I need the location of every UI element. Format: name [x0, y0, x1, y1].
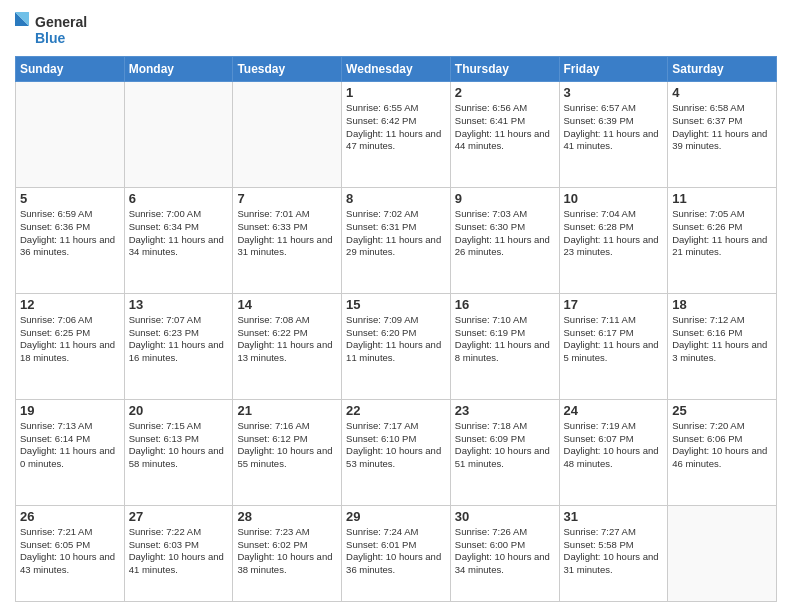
day-info: Sunrise: 6:58 AMSunset: 6:37 PMDaylight:…	[672, 102, 772, 153]
header: General Blue	[15, 10, 777, 48]
day-number: 10	[564, 191, 664, 206]
day-number: 9	[455, 191, 555, 206]
day-info: Sunrise: 7:10 AMSunset: 6:19 PMDaylight:…	[455, 314, 555, 365]
day-info: Sunrise: 7:02 AMSunset: 6:31 PMDaylight:…	[346, 208, 446, 259]
calendar-cell: 24Sunrise: 7:19 AMSunset: 6:07 PMDayligh…	[559, 399, 668, 505]
week-row-3: 12Sunrise: 7:06 AMSunset: 6:25 PMDayligh…	[16, 293, 777, 399]
day-info: Sunrise: 7:11 AMSunset: 6:17 PMDaylight:…	[564, 314, 664, 365]
day-info: Sunrise: 7:03 AMSunset: 6:30 PMDaylight:…	[455, 208, 555, 259]
calendar-cell: 21Sunrise: 7:16 AMSunset: 6:12 PMDayligh…	[233, 399, 342, 505]
calendar-cell: 10Sunrise: 7:04 AMSunset: 6:28 PMDayligh…	[559, 187, 668, 293]
calendar-cell: 13Sunrise: 7:07 AMSunset: 6:23 PMDayligh…	[124, 293, 233, 399]
day-number: 20	[129, 403, 229, 418]
day-info: Sunrise: 7:21 AMSunset: 6:05 PMDaylight:…	[20, 526, 120, 577]
calendar-cell: 9Sunrise: 7:03 AMSunset: 6:30 PMDaylight…	[450, 187, 559, 293]
day-info: Sunrise: 7:19 AMSunset: 6:07 PMDaylight:…	[564, 420, 664, 471]
calendar-cell: 26Sunrise: 7:21 AMSunset: 6:05 PMDayligh…	[16, 505, 125, 601]
calendar-cell: 25Sunrise: 7:20 AMSunset: 6:06 PMDayligh…	[668, 399, 777, 505]
day-info: Sunrise: 6:59 AMSunset: 6:36 PMDaylight:…	[20, 208, 120, 259]
weekday-sunday: Sunday	[16, 57, 125, 82]
day-info: Sunrise: 7:20 AMSunset: 6:06 PMDaylight:…	[672, 420, 772, 471]
calendar-cell: 30Sunrise: 7:26 AMSunset: 6:00 PMDayligh…	[450, 505, 559, 601]
weekday-wednesday: Wednesday	[342, 57, 451, 82]
svg-text:General: General	[35, 14, 87, 30]
day-number: 15	[346, 297, 446, 312]
calendar-cell: 27Sunrise: 7:22 AMSunset: 6:03 PMDayligh…	[124, 505, 233, 601]
day-number: 26	[20, 509, 120, 524]
weekday-thursday: Thursday	[450, 57, 559, 82]
weekday-saturday: Saturday	[668, 57, 777, 82]
day-info: Sunrise: 7:07 AMSunset: 6:23 PMDaylight:…	[129, 314, 229, 365]
day-number: 16	[455, 297, 555, 312]
day-info: Sunrise: 6:57 AMSunset: 6:39 PMDaylight:…	[564, 102, 664, 153]
weekday-header-row: SundayMondayTuesdayWednesdayThursdayFrid…	[16, 57, 777, 82]
calendar-cell: 31Sunrise: 7:27 AMSunset: 5:58 PMDayligh…	[559, 505, 668, 601]
svg-text:Blue: Blue	[35, 30, 66, 46]
calendar-cell: 6Sunrise: 7:00 AMSunset: 6:34 PMDaylight…	[124, 187, 233, 293]
day-number: 1	[346, 85, 446, 100]
week-row-1: 1Sunrise: 6:55 AMSunset: 6:42 PMDaylight…	[16, 82, 777, 188]
day-info: Sunrise: 7:16 AMSunset: 6:12 PMDaylight:…	[237, 420, 337, 471]
calendar-cell: 15Sunrise: 7:09 AMSunset: 6:20 PMDayligh…	[342, 293, 451, 399]
weekday-tuesday: Tuesday	[233, 57, 342, 82]
day-number: 25	[672, 403, 772, 418]
day-number: 12	[20, 297, 120, 312]
logo-svg: General Blue	[15, 10, 95, 48]
day-info: Sunrise: 7:18 AMSunset: 6:09 PMDaylight:…	[455, 420, 555, 471]
calendar-cell	[16, 82, 125, 188]
calendar-cell	[124, 82, 233, 188]
calendar-cell: 17Sunrise: 7:11 AMSunset: 6:17 PMDayligh…	[559, 293, 668, 399]
day-info: Sunrise: 7:15 AMSunset: 6:13 PMDaylight:…	[129, 420, 229, 471]
calendar-cell: 5Sunrise: 6:59 AMSunset: 6:36 PMDaylight…	[16, 187, 125, 293]
day-number: 4	[672, 85, 772, 100]
day-number: 22	[346, 403, 446, 418]
page: General Blue SundayMondayTuesdayWednesda…	[0, 0, 792, 612]
calendar-cell: 2Sunrise: 6:56 AMSunset: 6:41 PMDaylight…	[450, 82, 559, 188]
day-number: 21	[237, 403, 337, 418]
day-number: 17	[564, 297, 664, 312]
week-row-5: 26Sunrise: 7:21 AMSunset: 6:05 PMDayligh…	[16, 505, 777, 601]
day-info: Sunrise: 7:00 AMSunset: 6:34 PMDaylight:…	[129, 208, 229, 259]
calendar-cell: 20Sunrise: 7:15 AMSunset: 6:13 PMDayligh…	[124, 399, 233, 505]
calendar-cell: 16Sunrise: 7:10 AMSunset: 6:19 PMDayligh…	[450, 293, 559, 399]
calendar-cell: 1Sunrise: 6:55 AMSunset: 6:42 PMDaylight…	[342, 82, 451, 188]
day-number: 27	[129, 509, 229, 524]
day-number: 28	[237, 509, 337, 524]
calendar-cell: 29Sunrise: 7:24 AMSunset: 6:01 PMDayligh…	[342, 505, 451, 601]
calendar-cell: 8Sunrise: 7:02 AMSunset: 6:31 PMDaylight…	[342, 187, 451, 293]
day-number: 14	[237, 297, 337, 312]
calendar-cell: 7Sunrise: 7:01 AMSunset: 6:33 PMDaylight…	[233, 187, 342, 293]
calendar-cell	[668, 505, 777, 601]
day-number: 5	[20, 191, 120, 206]
day-info: Sunrise: 7:17 AMSunset: 6:10 PMDaylight:…	[346, 420, 446, 471]
calendar-cell: 12Sunrise: 7:06 AMSunset: 6:25 PMDayligh…	[16, 293, 125, 399]
day-info: Sunrise: 7:12 AMSunset: 6:16 PMDaylight:…	[672, 314, 772, 365]
day-info: Sunrise: 6:56 AMSunset: 6:41 PMDaylight:…	[455, 102, 555, 153]
calendar-cell: 28Sunrise: 7:23 AMSunset: 6:02 PMDayligh…	[233, 505, 342, 601]
day-info: Sunrise: 7:08 AMSunset: 6:22 PMDaylight:…	[237, 314, 337, 365]
day-number: 8	[346, 191, 446, 206]
calendar-cell: 3Sunrise: 6:57 AMSunset: 6:39 PMDaylight…	[559, 82, 668, 188]
day-info: Sunrise: 7:27 AMSunset: 5:58 PMDaylight:…	[564, 526, 664, 577]
day-number: 29	[346, 509, 446, 524]
day-number: 6	[129, 191, 229, 206]
day-info: Sunrise: 7:22 AMSunset: 6:03 PMDaylight:…	[129, 526, 229, 577]
day-number: 23	[455, 403, 555, 418]
day-number: 19	[20, 403, 120, 418]
day-info: Sunrise: 7:23 AMSunset: 6:02 PMDaylight:…	[237, 526, 337, 577]
day-number: 24	[564, 403, 664, 418]
calendar-table: SundayMondayTuesdayWednesdayThursdayFrid…	[15, 56, 777, 602]
day-number: 3	[564, 85, 664, 100]
week-row-2: 5Sunrise: 6:59 AMSunset: 6:36 PMDaylight…	[16, 187, 777, 293]
weekday-friday: Friday	[559, 57, 668, 82]
calendar-cell: 18Sunrise: 7:12 AMSunset: 6:16 PMDayligh…	[668, 293, 777, 399]
day-number: 30	[455, 509, 555, 524]
day-info: Sunrise: 7:06 AMSunset: 6:25 PMDaylight:…	[20, 314, 120, 365]
logo: General Blue	[15, 10, 95, 48]
day-number: 31	[564, 509, 664, 524]
day-info: Sunrise: 7:09 AMSunset: 6:20 PMDaylight:…	[346, 314, 446, 365]
day-info: Sunrise: 7:04 AMSunset: 6:28 PMDaylight:…	[564, 208, 664, 259]
day-number: 18	[672, 297, 772, 312]
day-info: Sunrise: 7:26 AMSunset: 6:00 PMDaylight:…	[455, 526, 555, 577]
calendar-cell	[233, 82, 342, 188]
